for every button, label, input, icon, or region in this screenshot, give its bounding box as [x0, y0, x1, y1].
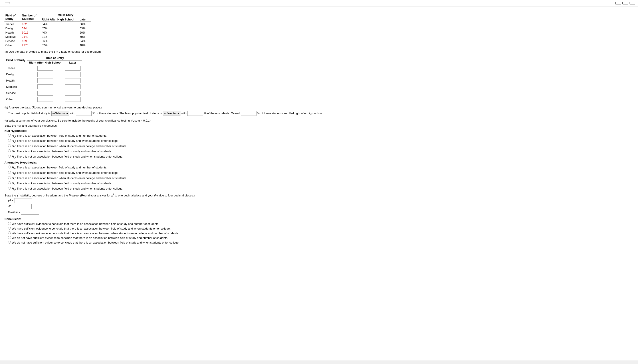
null-radio-1[interactable] — [8, 139, 11, 142]
details-button[interactable] — [5, 2, 10, 4]
conclusion-radio-2[interactable] — [8, 231, 11, 234]
data-table-row: Health 5015 40% 60% — [5, 30, 91, 35]
alt-hypothesis-option[interactable]: Ha: There is an association between fiel… — [8, 170, 633, 175]
most-popular-pct-input[interactable] — [76, 111, 92, 116]
counts-right-after-input[interactable] — [37, 66, 53, 71]
conclusion-radio-0[interactable] — [8, 222, 11, 225]
counts-right-after-input[interactable] — [37, 72, 53, 77]
least-popular-select[interactable]: ---Select---TradesDesignHealthMedia/ITSe… — [163, 111, 180, 116]
alt-radio-2[interactable] — [8, 176, 11, 179]
counts-right-after-input[interactable] — [37, 97, 53, 102]
ask-teacher-button[interactable] — [622, 2, 628, 4]
conclusion-radio-4[interactable] — [8, 241, 11, 244]
right-after-cell: 52% — [41, 43, 79, 47]
counts-table-row: Service — [5, 90, 82, 96]
counts-later-cell[interactable] — [63, 71, 82, 78]
df-input[interactable] — [14, 204, 32, 209]
alt-option-text: Ha: There is an association between when… — [12, 176, 127, 180]
part-a-instruction: (a) Use the data provided to make the 6 … — [5, 50, 633, 54]
chi-square-instruction: State the χ2 statistic, degrees of freed… — [5, 193, 633, 197]
counts-field-name: Service — [5, 90, 27, 96]
field-name: Media/IT — [5, 35, 21, 39]
counts-later-cell[interactable] — [63, 65, 82, 71]
counts-later-cell[interactable] — [63, 96, 82, 102]
part-b-label: (b) Analyze the data. (Round your numeri… — [5, 105, 633, 110]
null-hypothesis-option[interactable]: H0: There is not an association between … — [8, 149, 633, 154]
conclusion-option[interactable]: We do not have sufficient evidence to co… — [8, 240, 633, 244]
practice-another-button[interactable] — [629, 2, 635, 4]
most-popular-select[interactable]: ---Select---TradesDesignHealthMedia/ITSe… — [51, 111, 69, 116]
null-radio-3[interactable] — [8, 149, 11, 152]
counts-later-input[interactable] — [65, 72, 81, 77]
alt-hypothesis-option[interactable]: Ha: There is an association between fiel… — [8, 165, 633, 170]
null-option-text: H0: There is an association between fiel… — [12, 139, 118, 143]
later-cell: 48% — [79, 43, 91, 47]
counts-col-field: Field of Study — [5, 56, 27, 65]
counts-later-cell[interactable] — [63, 90, 82, 96]
counts-right-after-input[interactable] — [37, 84, 53, 89]
counts-later-cell[interactable] — [63, 84, 82, 90]
field-name: Other — [5, 43, 21, 47]
alt-radio-0[interactable] — [8, 166, 11, 168]
my-notes-button[interactable] — [615, 2, 621, 4]
counts-right-after-input[interactable] — [37, 78, 53, 83]
counts-later-input[interactable] — [65, 66, 81, 71]
chi-value-input[interactable] — [14, 198, 32, 203]
conclusion-option[interactable]: We have sufficient evidence to conclude … — [8, 226, 633, 230]
counts-later-input[interactable] — [65, 91, 81, 96]
conclusion-option[interactable]: We have sufficient evidence to conclude … — [8, 231, 633, 235]
null-radio-2[interactable] — [8, 144, 11, 147]
alt-radio-3[interactable] — [8, 181, 11, 184]
counts-right-after-cell[interactable] — [27, 84, 63, 90]
alt-hypothesis-option[interactable]: Ha: There is an association between when… — [8, 176, 633, 180]
counts-right-after-cell[interactable] — [27, 96, 63, 102]
null-hypothesis-title: Null Hypothesis: — [5, 129, 633, 132]
null-radio-0[interactable] — [8, 134, 11, 137]
counts-later-cell[interactable] — [63, 78, 82, 84]
pvalue-input[interactable] — [21, 210, 39, 215]
later-cell: 66% — [79, 22, 91, 26]
null-radio-4[interactable] — [8, 155, 11, 158]
least-popular-pct-input[interactable] — [187, 111, 203, 116]
counts-right-after-input[interactable] — [37, 91, 53, 96]
student-count-cell: 1390 — [21, 39, 41, 43]
null-hypothesis-option[interactable]: H0: There is not an association between … — [8, 154, 633, 159]
chi-row: χ2 = — [8, 198, 633, 203]
conclusion-option-text: We have sufficient evidence to conclude … — [12, 222, 159, 226]
survey-data-table: Field ofStudy Number ofStudents Time of … — [5, 13, 91, 47]
main-content: Field ofStudy Number ofStudents Time of … — [0, 6, 638, 360]
data-table-row: Design 524 47% 53% — [5, 26, 91, 30]
counts-right-after-cell[interactable] — [27, 65, 63, 71]
conclusion-option[interactable]: We do not have sufficient evidence to co… — [8, 236, 633, 240]
top-bar — [0, 0, 638, 6]
col-field-study: Field ofStudy — [5, 13, 21, 22]
student-count-cell: 2275 — [21, 43, 41, 47]
null-hypothesis-option[interactable]: H0: There is an association between fiel… — [8, 138, 633, 143]
conclusion-radio-1[interactable] — [8, 227, 11, 230]
later-cell: 53% — [79, 26, 91, 30]
null-hypothesis-option[interactable]: H0: There is an association between fiel… — [8, 133, 633, 138]
alt-hypothesis-option[interactable]: Ha: There is not an association between … — [8, 186, 633, 191]
data-table-row: Media/IT 3148 31% 69% — [5, 35, 91, 39]
alt-radio-4[interactable] — [8, 187, 11, 190]
counts-field-name: Health — [5, 78, 27, 84]
alt-option-text: Ha: There is an association between fiel… — [12, 171, 118, 175]
counts-right-after-cell[interactable] — [27, 90, 63, 96]
col-time-of-entry: Time of Entry — [41, 13, 91, 17]
alt-option-text: Ha: There is an association between fiel… — [12, 166, 107, 170]
alt-radio-1[interactable] — [8, 171, 11, 174]
overall-pct-input[interactable] — [241, 111, 256, 116]
part-c-instruction: (c) Write a summary of your conclusions.… — [5, 119, 633, 122]
counts-right-after-cell[interactable] — [27, 71, 63, 78]
counts-right-after-cell[interactable] — [27, 78, 63, 84]
counts-later-input[interactable] — [65, 97, 81, 102]
right-after-cell: 47% — [41, 26, 79, 30]
counts-later-input[interactable] — [65, 84, 81, 89]
conclusion-radio-3[interactable] — [8, 236, 11, 239]
alt-hypothesis-option[interactable]: Ha: There is not an association between … — [8, 181, 633, 186]
conclusion-option[interactable]: We have sufficient evidence to conclude … — [8, 222, 633, 226]
counts-later-input[interactable] — [65, 78, 81, 83]
with-label-2: with — [181, 110, 186, 116]
chi-square-section: State the χ2 statistic, degrees of freed… — [5, 193, 633, 214]
null-hypothesis-option[interactable]: H0: There is an association between when… — [8, 144, 633, 148]
